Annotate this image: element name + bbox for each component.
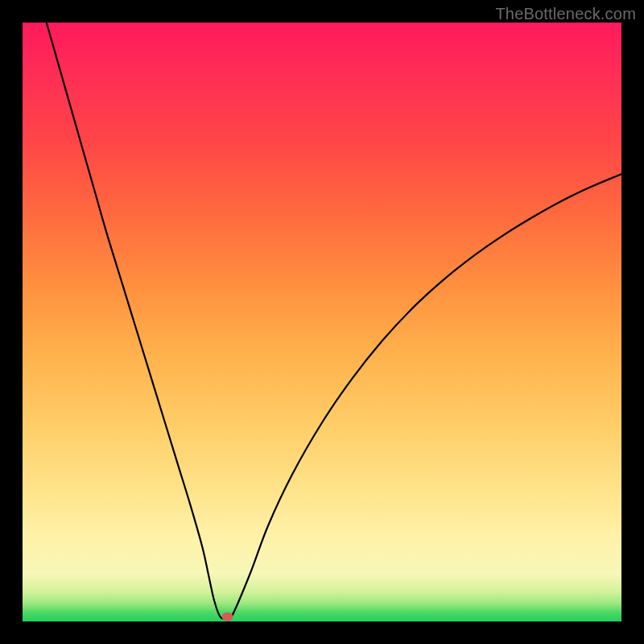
chart-frame: TheBottleneck.com: [0, 0, 644, 644]
curve-layer: [23, 23, 621, 621]
bottleneck-curve: [47, 23, 621, 620]
plot-area: [23, 23, 621, 621]
optimum-marker: [221, 613, 233, 621]
watermark-text: TheBottleneck.com: [495, 5, 636, 23]
